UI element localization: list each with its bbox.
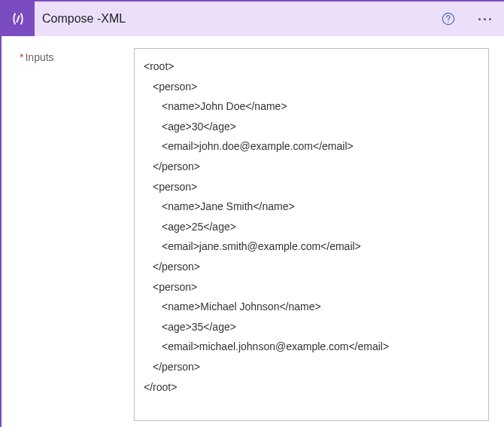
xml-line: <email>john.doe@example.com</email> [144, 136, 479, 157]
inputs-label: *Inputs [20, 48, 123, 421]
xml-line: </person> [144, 357, 479, 377]
xml-line: <email>jane.smith@example.com</email> [144, 236, 479, 257]
compose-icon [2, 2, 35, 36]
card-header: Compose -XML [2, 2, 504, 36]
inputs-textarea[interactable]: <root><person><name>John Doe</name><age>… [134, 48, 489, 421]
xml-line: <name>John Doe</name> [144, 96, 479, 117]
xml-line: </person> [144, 157, 479, 177]
compose-action-card: Compose -XML *Inputs <root><person><name… [0, 0, 504, 427]
xml-line: <root> [144, 56, 479, 77]
xml-line: <age>25</age> [144, 217, 479, 237]
xml-line: </root> [144, 377, 479, 398]
help-icon[interactable] [441, 11, 456, 26]
xml-line: <age>35</age> [144, 317, 479, 337]
xml-line: <name>Michael Johnson</name> [144, 297, 479, 317]
required-marker: * [20, 51, 23, 63]
more-icon[interactable] [474, 18, 495, 20]
card-title: Compose -XML [42, 12, 433, 26]
xml-line: <email>michael.johnson@example.com</emai… [144, 337, 479, 357]
xml-line: <age>30</age> [144, 117, 479, 137]
xml-line: <person> [144, 277, 479, 297]
svg-point-1 [448, 21, 448, 22]
xml-line: </person> [144, 257, 479, 277]
xml-line: <person> [144, 177, 479, 197]
card-body: *Inputs <root><person><name>John Doe</na… [2, 36, 504, 427]
xml-line: <name>Jane Smith</name> [144, 197, 479, 217]
xml-line: <person> [144, 77, 479, 97]
inputs-field-wrap: <root><person><name>John Doe</name><age>… [134, 48, 489, 421]
